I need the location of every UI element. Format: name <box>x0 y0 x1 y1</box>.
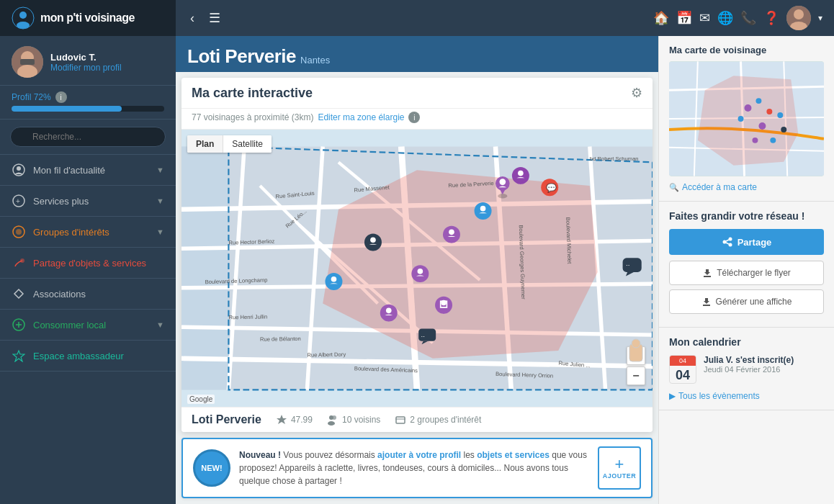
svg-point-82 <box>328 421 335 426</box>
objets-services-link[interactable]: objets et services <box>477 450 550 460</box>
progress-bar-bg <box>12 106 164 112</box>
main-content: ‹ ☰ 🏠 📅 ✉ 🌐 📞 ❓ ▾ Lot <box>176 0 834 504</box>
city-header: Loti Perverie Nantes <box>176 36 658 72</box>
ajouter-profil-link[interactable]: ajouter à votre profil <box>377 450 461 460</box>
svg-point-13 <box>20 258 24 263</box>
edit-profile-link[interactable]: Modifier mon profil <box>50 63 122 73</box>
svg-point-103 <box>728 243 732 247</box>
partage-icon <box>12 256 26 270</box>
avatar <box>12 46 43 78</box>
progress-bar-fill <box>12 106 122 112</box>
topnav-icons: 🏠 📅 ✉ 🌐 📞 ❓ ▾ <box>653 6 822 30</box>
calendar-title: Mon calendrier <box>669 336 824 348</box>
consommer-arrow: ▼ <box>156 320 164 329</box>
topnav-avatar[interactable] <box>786 6 811 30</box>
progress-label-text: Profil 72% <box>12 92 51 102</box>
generate-affiche-button[interactable]: Générer une affiche <box>669 289 824 314</box>
svg-point-61 <box>449 230 454 235</box>
sidebar-item-consommer[interactable]: Consommer local ▼ <box>0 310 176 341</box>
svg-point-71 <box>331 276 337 282</box>
svg-point-53 <box>499 179 506 185</box>
mini-map-section: Ma carte de voisinage <box>659 36 834 202</box>
sidebar-nav: Mon fil d'actualité ▼ + Services plus ▼ … <box>0 155 176 504</box>
map-card: Ma carte interactive ⚙ 77 voisinages à p… <box>181 78 653 432</box>
network-title: Faites grandir votre réseau ! <box>669 210 824 222</box>
svg-text:+: + <box>16 197 20 205</box>
svg-point-63 <box>418 269 423 274</box>
right-panel: Ma carte de voisinage <box>658 36 834 504</box>
banner-body: Vous pouvez désormais ajouter à votre pr… <box>239 450 587 486</box>
svg-point-67 <box>370 237 376 243</box>
sidebar-item-ambassadeur[interactable]: Espace ambassadeur <box>0 341 176 372</box>
svg-rect-83 <box>396 417 405 423</box>
access-map-link[interactable]: Accéder à ma carte <box>669 182 824 192</box>
map-tab-satellite[interactable]: Satellite <box>223 135 272 153</box>
city-detail: Nantes <box>300 55 330 68</box>
svg-point-97 <box>777 112 783 118</box>
generate-icon <box>701 297 712 307</box>
info-badge: i <box>408 112 420 123</box>
download-flyer-button[interactable]: Télécharger le flyer <box>669 261 824 285</box>
location-bar: Loti Perverie 47.99 10 voisins 2 groupes… <box>181 407 653 432</box>
add-button[interactable]: + AJOUTER <box>598 446 641 490</box>
all-events-label: Tous les évènements <box>678 391 760 401</box>
logo-text: mon p'ti voisinage <box>40 12 135 24</box>
sidebar-item-associations[interactable]: Associations <box>0 279 176 310</box>
sidebar-item-ambassadeur-label: Espace ambassadeur <box>33 351 164 361</box>
map-settings-icon[interactable]: ⚙ <box>631 85 642 101</box>
actualite-icon <box>12 163 26 177</box>
sidebar-item-actualite[interactable]: Mon fil d'actualité ▼ <box>0 155 176 186</box>
all-events-link[interactable]: ▶ Tous les évènements <box>669 391 824 401</box>
map-card-sub: 77 voisinages à proximité (3km) Editer m… <box>181 109 653 130</box>
topnav-dropdown-arrow[interactable]: ▾ <box>818 13 822 23</box>
svg-point-81 <box>332 415 336 420</box>
edit-zone-link[interactable]: Editer ma zone élargie <box>318 112 404 122</box>
share-button[interactable]: Partage <box>669 229 824 255</box>
info-icon[interactable]: i <box>55 91 67 103</box>
phone-icon[interactable]: 📞 <box>740 10 756 26</box>
new-badge: NEW! <box>193 449 230 487</box>
svg-line-105 <box>726 243 729 244</box>
map-card-title: Ma carte interactive <box>192 86 631 101</box>
groupes-arrow: ▼ <box>156 228 164 236</box>
globe-icon[interactable]: 🌐 <box>717 10 733 26</box>
calendar-icon[interactable]: 📅 <box>676 10 692 26</box>
help-icon[interactable]: ❓ <box>763 10 779 26</box>
network-section: Faites grandir votre réseau ! Partage Té… <box>659 202 834 328</box>
sidebar-item-services[interactable]: + Services plus ▼ <box>0 186 176 217</box>
event-name: Julia V. s'est inscrit(e) <box>704 355 794 365</box>
map-tab-plan[interactable]: Plan <box>187 135 223 153</box>
mail-icon[interactable]: ✉ <box>699 10 710 26</box>
svg-rect-20 <box>181 147 228 390</box>
map-view[interactable]: Plan Satellite <box>181 130 653 407</box>
profile-info: Ludovic T. Modifier mon profil <box>50 52 122 73</box>
svg-rect-6 <box>20 59 35 65</box>
sidebar-item-groupes[interactable]: Groupes d'intérêts ▼ <box>0 217 176 248</box>
topnav-left: ‹ ☰ <box>187 7 223 29</box>
map-card-header: Ma carte interactive ⚙ <box>181 78 653 109</box>
svg-point-78 <box>632 339 640 348</box>
svg-point-96 <box>758 122 766 130</box>
search-input[interactable] <box>10 127 166 147</box>
logo-icon <box>12 6 35 30</box>
back-button[interactable]: ‹ <box>187 8 197 29</box>
svg-point-8 <box>17 166 21 171</box>
svg-marker-79 <box>277 415 287 424</box>
svg-point-2 <box>17 22 30 29</box>
event-info: Julia V. s'est inscrit(e) Jeudi 04 Févri… <box>704 355 794 374</box>
home-icon[interactable]: 🏠 <box>653 10 669 26</box>
sidebar-logo: mon p'ti voisinage <box>0 0 176 36</box>
svg-rect-107 <box>703 305 710 306</box>
sidebar-item-partage[interactable]: Partage d'objets & services <box>0 248 176 279</box>
menu-button[interactable]: ☰ <box>206 7 223 29</box>
mini-map[interactable] <box>669 61 824 176</box>
street-view-icon[interactable] <box>627 338 645 369</box>
svg-point-100 <box>752 138 758 143</box>
svg-point-59 <box>480 206 486 212</box>
svg-point-94 <box>766 109 772 114</box>
services-icon: + <box>12 194 26 208</box>
svg-point-98 <box>781 127 786 132</box>
svg-text:··: ·· <box>626 261 629 269</box>
svg-point-65 <box>386 308 392 314</box>
groupes-icon <box>12 225 26 239</box>
